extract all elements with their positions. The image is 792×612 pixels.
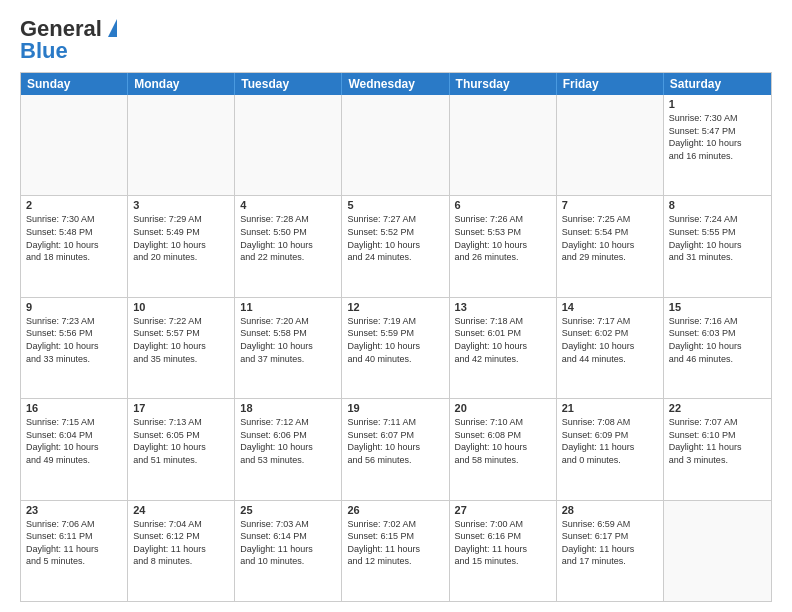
cal-cell <box>235 95 342 195</box>
day-info: Sunrise: 7:23 AM Sunset: 5:56 PM Dayligh… <box>26 315 122 365</box>
logo-blue: Blue <box>20 38 68 64</box>
day-number: 1 <box>669 98 766 110</box>
cal-cell: 27Sunrise: 7:00 AM Sunset: 6:16 PM Dayli… <box>450 501 557 601</box>
cal-cell: 13Sunrise: 7:18 AM Sunset: 6:01 PM Dayli… <box>450 298 557 398</box>
cal-cell <box>557 95 664 195</box>
day-info: Sunrise: 7:26 AM Sunset: 5:53 PM Dayligh… <box>455 213 551 263</box>
day-number: 9 <box>26 301 122 313</box>
day-info: Sunrise: 7:30 AM Sunset: 5:47 PM Dayligh… <box>669 112 766 162</box>
day-info: Sunrise: 7:28 AM Sunset: 5:50 PM Dayligh… <box>240 213 336 263</box>
calendar-header: SundayMondayTuesdayWednesdayThursdayFrid… <box>21 73 771 95</box>
day-number: 26 <box>347 504 443 516</box>
cal-cell: 23Sunrise: 7:06 AM Sunset: 6:11 PM Dayli… <box>21 501 128 601</box>
day-info: Sunrise: 7:08 AM Sunset: 6:09 PM Dayligh… <box>562 416 658 466</box>
day-number: 4 <box>240 199 336 211</box>
cal-cell: 19Sunrise: 7:11 AM Sunset: 6:07 PM Dayli… <box>342 399 449 499</box>
cal-cell: 7Sunrise: 7:25 AM Sunset: 5:54 PM Daylig… <box>557 196 664 296</box>
day-number: 20 <box>455 402 551 414</box>
day-info: Sunrise: 7:24 AM Sunset: 5:55 PM Dayligh… <box>669 213 766 263</box>
cal-cell: 22Sunrise: 7:07 AM Sunset: 6:10 PM Dayli… <box>664 399 771 499</box>
cal-cell <box>450 95 557 195</box>
day-info: Sunrise: 7:00 AM Sunset: 6:16 PM Dayligh… <box>455 518 551 568</box>
cal-header-saturday: Saturday <box>664 73 771 95</box>
day-info: Sunrise: 7:02 AM Sunset: 6:15 PM Dayligh… <box>347 518 443 568</box>
day-number: 19 <box>347 402 443 414</box>
cal-cell: 10Sunrise: 7:22 AM Sunset: 5:57 PM Dayli… <box>128 298 235 398</box>
day-number: 17 <box>133 402 229 414</box>
cal-cell: 11Sunrise: 7:20 AM Sunset: 5:58 PM Dayli… <box>235 298 342 398</box>
cal-cell: 8Sunrise: 7:24 AM Sunset: 5:55 PM Daylig… <box>664 196 771 296</box>
cal-week-4: 23Sunrise: 7:06 AM Sunset: 6:11 PM Dayli… <box>21 500 771 601</box>
cal-header-sunday: Sunday <box>21 73 128 95</box>
day-info: Sunrise: 7:06 AM Sunset: 6:11 PM Dayligh… <box>26 518 122 568</box>
day-number: 14 <box>562 301 658 313</box>
cal-header-friday: Friday <box>557 73 664 95</box>
day-info: Sunrise: 7:17 AM Sunset: 6:02 PM Dayligh… <box>562 315 658 365</box>
day-number: 28 <box>562 504 658 516</box>
day-info: Sunrise: 7:29 AM Sunset: 5:49 PM Dayligh… <box>133 213 229 263</box>
day-info: Sunrise: 7:13 AM Sunset: 6:05 PM Dayligh… <box>133 416 229 466</box>
calendar-body: 1Sunrise: 7:30 AM Sunset: 5:47 PM Daylig… <box>21 95 771 601</box>
calendar: SundayMondayTuesdayWednesdayThursdayFrid… <box>20 72 772 602</box>
day-info: Sunrise: 7:16 AM Sunset: 6:03 PM Dayligh… <box>669 315 766 365</box>
day-info: Sunrise: 7:11 AM Sunset: 6:07 PM Dayligh… <box>347 416 443 466</box>
cal-cell: 25Sunrise: 7:03 AM Sunset: 6:14 PM Dayli… <box>235 501 342 601</box>
day-info: Sunrise: 7:20 AM Sunset: 5:58 PM Dayligh… <box>240 315 336 365</box>
day-info: Sunrise: 7:22 AM Sunset: 5:57 PM Dayligh… <box>133 315 229 365</box>
cal-cell <box>342 95 449 195</box>
cal-cell <box>128 95 235 195</box>
day-number: 15 <box>669 301 766 313</box>
cal-cell: 28Sunrise: 6:59 AM Sunset: 6:17 PM Dayli… <box>557 501 664 601</box>
cal-cell: 12Sunrise: 7:19 AM Sunset: 5:59 PM Dayli… <box>342 298 449 398</box>
day-info: Sunrise: 7:25 AM Sunset: 5:54 PM Dayligh… <box>562 213 658 263</box>
day-number: 2 <box>26 199 122 211</box>
cal-header-thursday: Thursday <box>450 73 557 95</box>
day-info: Sunrise: 7:18 AM Sunset: 6:01 PM Dayligh… <box>455 315 551 365</box>
cal-header-tuesday: Tuesday <box>235 73 342 95</box>
day-number: 7 <box>562 199 658 211</box>
cal-cell: 6Sunrise: 7:26 AM Sunset: 5:53 PM Daylig… <box>450 196 557 296</box>
day-number: 21 <box>562 402 658 414</box>
cal-week-1: 2Sunrise: 7:30 AM Sunset: 5:48 PM Daylig… <box>21 195 771 296</box>
day-number: 6 <box>455 199 551 211</box>
cal-cell: 4Sunrise: 7:28 AM Sunset: 5:50 PM Daylig… <box>235 196 342 296</box>
logo: General Blue <box>20 16 117 64</box>
logo-arrow-icon <box>108 19 117 37</box>
cal-cell: 24Sunrise: 7:04 AM Sunset: 6:12 PM Dayli… <box>128 501 235 601</box>
day-info: Sunrise: 7:04 AM Sunset: 6:12 PM Dayligh… <box>133 518 229 568</box>
day-number: 27 <box>455 504 551 516</box>
day-info: Sunrise: 7:15 AM Sunset: 6:04 PM Dayligh… <box>26 416 122 466</box>
day-info: Sunrise: 7:27 AM Sunset: 5:52 PM Dayligh… <box>347 213 443 263</box>
cal-cell: 5Sunrise: 7:27 AM Sunset: 5:52 PM Daylig… <box>342 196 449 296</box>
cal-cell: 21Sunrise: 7:08 AM Sunset: 6:09 PM Dayli… <box>557 399 664 499</box>
header: General Blue <box>20 16 772 64</box>
cal-week-3: 16Sunrise: 7:15 AM Sunset: 6:04 PM Dayli… <box>21 398 771 499</box>
cal-header-monday: Monday <box>128 73 235 95</box>
cal-week-2: 9Sunrise: 7:23 AM Sunset: 5:56 PM Daylig… <box>21 297 771 398</box>
day-number: 11 <box>240 301 336 313</box>
cal-cell: 2Sunrise: 7:30 AM Sunset: 5:48 PM Daylig… <box>21 196 128 296</box>
day-number: 25 <box>240 504 336 516</box>
day-info: Sunrise: 7:19 AM Sunset: 5:59 PM Dayligh… <box>347 315 443 365</box>
cal-cell <box>664 501 771 601</box>
day-number: 5 <box>347 199 443 211</box>
day-info: Sunrise: 7:12 AM Sunset: 6:06 PM Dayligh… <box>240 416 336 466</box>
cal-cell: 1Sunrise: 7:30 AM Sunset: 5:47 PM Daylig… <box>664 95 771 195</box>
cal-cell: 14Sunrise: 7:17 AM Sunset: 6:02 PM Dayli… <box>557 298 664 398</box>
cal-cell: 20Sunrise: 7:10 AM Sunset: 6:08 PM Dayli… <box>450 399 557 499</box>
day-number: 3 <box>133 199 229 211</box>
cal-cell: 17Sunrise: 7:13 AM Sunset: 6:05 PM Dayli… <box>128 399 235 499</box>
day-number: 16 <box>26 402 122 414</box>
cal-header-wednesday: Wednesday <box>342 73 449 95</box>
day-number: 22 <box>669 402 766 414</box>
cal-cell: 9Sunrise: 7:23 AM Sunset: 5:56 PM Daylig… <box>21 298 128 398</box>
day-number: 12 <box>347 301 443 313</box>
day-number: 8 <box>669 199 766 211</box>
cal-cell <box>21 95 128 195</box>
cal-cell: 15Sunrise: 7:16 AM Sunset: 6:03 PM Dayli… <box>664 298 771 398</box>
day-number: 23 <box>26 504 122 516</box>
day-number: 13 <box>455 301 551 313</box>
cal-cell: 3Sunrise: 7:29 AM Sunset: 5:49 PM Daylig… <box>128 196 235 296</box>
day-info: Sunrise: 7:03 AM Sunset: 6:14 PM Dayligh… <box>240 518 336 568</box>
day-number: 18 <box>240 402 336 414</box>
